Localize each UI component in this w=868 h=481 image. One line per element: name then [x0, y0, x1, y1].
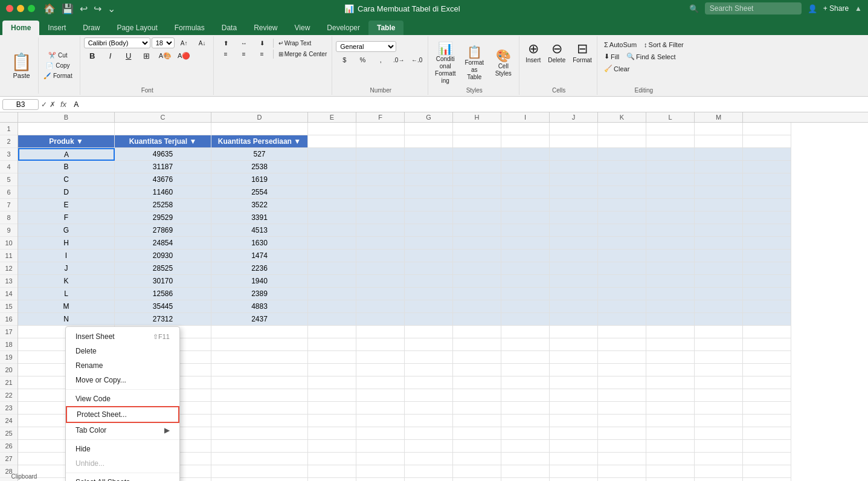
data-cell-r16-c12[interactable]: [646, 313, 695, 326]
empty-cell-r17-c12[interactable]: [646, 326, 695, 338]
empty-cell-r22-c12[interactable]: [646, 389, 695, 402]
empty-cell-r20-c7[interactable]: [405, 364, 453, 376]
empty-header-12[interactable]: [695, 135, 743, 148]
empty-cell-r18-c5[interactable]: [308, 338, 356, 351]
empty-cell-r29-c6[interactable]: [356, 478, 405, 481]
empty-cell-r28-c10[interactable]: [550, 465, 598, 478]
data-cell-r9-c13[interactable]: [695, 224, 743, 237]
empty-cell-r21-c9[interactable]: [501, 376, 550, 389]
empty-cell-r25-c12[interactable]: [646, 427, 695, 440]
data-cell-r9-c9[interactable]: [501, 224, 550, 237]
data-cell-r8-c12[interactable]: [646, 211, 695, 224]
delete-button[interactable]: ⊖ Delete: [545, 40, 568, 65]
data-cell-r4-c10[interactable]: [550, 161, 598, 173]
data-cell-r15-c9[interactable]: [501, 300, 550, 313]
align-middle-button[interactable]: ↔: [236, 39, 252, 48]
empty-cell-r23-c5[interactable]: [308, 402, 356, 415]
data-cell-r5-c13[interactable]: [695, 173, 743, 186]
table-header-3[interactable]: Kuantitas Persediaan ▼: [211, 135, 308, 148]
cell-styles-button[interactable]: 🎨 Cell Styles: [490, 40, 516, 86]
empty-cell-r26-c12[interactable]: [646, 440, 695, 453]
data-cell-r4-c9[interactable]: [501, 161, 550, 173]
empty-cell-r28-c6[interactable]: [356, 465, 405, 478]
data-cell-r6-c7[interactable]: [405, 186, 453, 199]
data-cell-r7-c9[interactable]: [501, 199, 550, 211]
data-cell-r5-c5[interactable]: [308, 173, 356, 186]
decrease-font-button[interactable]: A↓: [194, 39, 211, 47]
empty-cell-r24-c13[interactable]: [695, 415, 743, 427]
data-cell-r3-c5[interactable]: [308, 148, 356, 161]
col-header-f[interactable]: F: [356, 112, 405, 122]
data-cell-r15-c6[interactable]: [356, 300, 405, 313]
empty-cell-r22-c14[interactable]: [743, 389, 791, 402]
data-cell-r12-c3[interactable]: 28525: [115, 262, 211, 275]
data-cell-r4-c11[interactable]: [598, 161, 646, 173]
data-cell-r10-c5[interactable]: [308, 237, 356, 250]
empty-cell-r21-c12[interactable]: [646, 376, 695, 389]
cell-row1-col4[interactable]: [211, 123, 308, 135]
data-cell-r15-c8[interactable]: [453, 300, 501, 313]
data-cell-r11-c11[interactable]: [598, 250, 646, 262]
cell-row1-col12[interactable]: [646, 123, 695, 135]
data-cell-r12-c12[interactable]: [646, 262, 695, 275]
empty-cell-r20-c12[interactable]: [646, 364, 695, 376]
ctx-item-view-code[interactable]: View Code: [66, 392, 179, 406]
data-cell-r4-c7[interactable]: [405, 161, 453, 173]
empty-header-11[interactable]: [646, 135, 695, 148]
empty-cell-r20-c10[interactable]: [550, 364, 598, 376]
empty-cell-r21-c6[interactable]: [356, 376, 405, 389]
empty-cell-r23-c10[interactable]: [550, 402, 598, 415]
empty-cell-r22-c13[interactable]: [695, 389, 743, 402]
insert-button[interactable]: ⊕ Insert: [523, 40, 543, 65]
cell-row1-col5[interactable]: [308, 123, 356, 135]
comma-button[interactable]: ,: [372, 55, 389, 65]
data-cell-r7-c10[interactable]: [550, 199, 598, 211]
data-cell-r12-c11[interactable]: [598, 262, 646, 275]
underline-button[interactable]: U: [120, 50, 137, 62]
empty-cell-r24-c11[interactable]: [598, 415, 646, 427]
empty-cell-r24-c12[interactable]: [646, 415, 695, 427]
col-header-c[interactable]: C: [115, 112, 211, 122]
empty-cell-r21-c5[interactable]: [308, 376, 356, 389]
wrap-text-button[interactable]: ↵ Wrap Text: [276, 39, 314, 48]
decrease-decimal-button[interactable]: ←.0: [408, 55, 425, 65]
empty-cell-r26-c6[interactable]: [356, 440, 405, 453]
empty-cell-r28-c13[interactable]: [695, 465, 743, 478]
data-cell-r7-c5[interactable]: [308, 199, 356, 211]
empty-cell-r19-c7[interactable]: [405, 351, 453, 364]
empty-cell-r19-c5[interactable]: [308, 351, 356, 364]
data-cell-r12-c13[interactable]: [695, 262, 743, 275]
data-cell-r6-c4[interactable]: 2554: [211, 186, 308, 199]
data-cell-r12-c9[interactable]: [501, 262, 550, 275]
data-cell-r15-c4[interactable]: 4883: [211, 300, 308, 313]
empty-cell-r18-c8[interactable]: [453, 338, 501, 351]
data-cell-r13-c4[interactable]: 1940: [211, 275, 308, 288]
tab-developer[interactable]: Developer: [318, 21, 368, 35]
empty-cell-r24-c4[interactable]: [211, 415, 308, 427]
empty-header-6[interactable]: [405, 135, 453, 148]
data-cell-r6-c2[interactable]: D: [18, 186, 115, 199]
borders-button[interactable]: ⊞: [138, 50, 155, 62]
empty-cell-r26-c10[interactable]: [550, 440, 598, 453]
ctx-item-delete[interactable]: Delete: [66, 344, 179, 358]
empty-cell-r17-c13[interactable]: [695, 326, 743, 338]
empty-cell-r27-c4[interactable]: [211, 453, 308, 465]
table-header-2[interactable]: Kuantitas Terjual ▼: [115, 135, 211, 148]
data-cell-r16-c3[interactable]: 27312: [115, 313, 211, 326]
data-cell-r5-c6[interactable]: [356, 173, 405, 186]
empty-cell-r29-c14[interactable]: [743, 478, 791, 481]
data-cell-r3-c12[interactable]: [646, 148, 695, 161]
empty-cell-r23-c4[interactable]: [211, 402, 308, 415]
empty-cell-r20-c6[interactable]: [356, 364, 405, 376]
data-cell-r5-c11[interactable]: [598, 173, 646, 186]
data-cell-r14-c12[interactable]: [646, 288, 695, 300]
empty-cell-r28-c4[interactable]: [211, 465, 308, 478]
data-cell-r9-c6[interactable]: [356, 224, 405, 237]
empty-cell-r20-c5[interactable]: [308, 364, 356, 376]
empty-cell-r21-c7[interactable]: [405, 376, 453, 389]
empty-cell-r29-c9[interactable]: [501, 478, 550, 481]
align-center-button[interactable]: ≡: [236, 50, 252, 59]
data-cell-r11-c9[interactable]: [501, 250, 550, 262]
data-cell-r4-c2[interactable]: B: [18, 161, 115, 173]
data-cell-r11-c6[interactable]: [356, 250, 405, 262]
